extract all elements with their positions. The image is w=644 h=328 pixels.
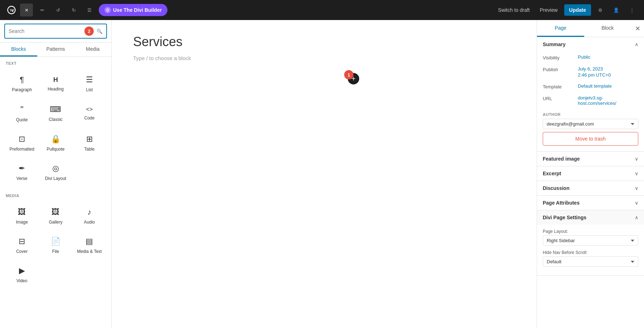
user-icon: 👤 — [613, 8, 619, 13]
audio-label: Audio — [84, 220, 95, 225]
wordpress-logo — [6, 4, 17, 16]
quote-label: Quote — [16, 117, 28, 122]
block-media-text[interactable]: ▤ Media & Text — [73, 231, 106, 259]
publish-date: July 6, 2023 — [578, 66, 638, 72]
more-options-button[interactable]: ⋮ — [625, 4, 638, 16]
template-value[interactable]: Default template — [578, 83, 638, 89]
block-video[interactable]: ▶ Video — [6, 261, 38, 289]
author-select[interactable]: deezgrafix@gmail.com — [543, 119, 638, 129]
right-panel-close-button[interactable]: ✕ — [631, 22, 644, 35]
block-classic[interactable]: ⌨ Classic — [39, 99, 72, 128]
url-label: URL — [543, 95, 575, 101]
ellipsis-icon: ⋮ — [630, 8, 634, 13]
divi-layout-label: Divi Layout — [45, 176, 66, 181]
code-label: Code — [84, 116, 94, 121]
discussion-header[interactable]: Discussion ∨ — [537, 181, 644, 195]
paragraph-icon: ¶ — [20, 75, 24, 84]
featured-image-header[interactable]: Featured image ∨ — [537, 152, 644, 166]
move-to-trash-button[interactable]: Move to trash — [543, 132, 638, 146]
gallery-icon: 🖼 — [52, 207, 59, 217]
tab-page[interactable]: Page — [537, 20, 584, 37]
pullquote-icon: 🔒 — [51, 134, 60, 144]
redo-icon: ↻ — [72, 8, 76, 13]
block-gallery[interactable]: 🖼 Gallery — [39, 202, 72, 230]
author-section-label: AUTHOR — [543, 112, 638, 117]
table-icon: ⊞ — [86, 134, 93, 144]
hide-nav-label: Hide Nav Before Scroll: — [543, 250, 638, 255]
block-heading[interactable]: H Heading — [39, 70, 72, 98]
block-divi-layout[interactable]: ◎ Divi Layout — [39, 158, 72, 186]
publish-value[interactable]: July 6, 2023 2:46 pm UTC+0 — [578, 66, 638, 78]
user-button[interactable]: 👤 — [610, 4, 623, 16]
page-layout-select[interactable]: Right Sidebar Left Sidebar No Sidebar Fu… — [543, 235, 638, 246]
code-icon: <> — [86, 106, 93, 113]
tab-blocks[interactable]: Blocks — [0, 43, 37, 57]
divi-settings-header[interactable]: Divi Page Settings ∧ — [537, 210, 644, 225]
tab-block[interactable]: Block — [584, 20, 631, 37]
block-preformatted[interactable]: ⊡ Preformatted — [6, 129, 38, 157]
block-audio[interactable]: ♪ Audio — [73, 202, 106, 230]
excerpt-section: Excerpt ∨ — [537, 166, 644, 181]
visibility-value[interactable]: Public — [578, 54, 638, 60]
block-file[interactable]: 📄 File — [39, 231, 72, 259]
divi-icon: D — [104, 7, 111, 13]
topbar-right: Switch to draft Preview Update ⚙ 👤 ⋮ — [494, 4, 638, 16]
summary-section-header[interactable]: Summary ∧ — [537, 37, 644, 52]
visibility-row: Visibility Public — [543, 52, 638, 63]
divi-settings-title: Divi Page Settings — [543, 215, 586, 220]
tab-patterns[interactable]: Patterns — [37, 43, 74, 57]
tab-media[interactable]: Media — [74, 43, 111, 57]
excerpt-title: Excerpt — [543, 171, 561, 176]
update-button[interactable]: Update — [564, 4, 591, 16]
hide-nav-select[interactable]: Default Enabled Disabled — [543, 256, 638, 267]
block-image[interactable]: 🖼 Image — [6, 202, 38, 230]
publish-time: 2:46 pm UTC+0 — [578, 72, 638, 78]
edit-button[interactable]: ✏ — [36, 4, 49, 16]
excerpt-chevron-icon: ∨ — [635, 171, 638, 176]
list-view-icon: ☰ — [87, 8, 92, 13]
editor-area[interactable]: Services Type / to choose a block 1 + — [112, 20, 537, 328]
audio-icon: ♪ — [87, 207, 91, 217]
block-cover[interactable]: ⊟ Cover — [6, 231, 38, 259]
media-text-label: Media & Text — [77, 249, 102, 254]
divi-settings-body: Page Layout: Right Sidebar Left Sidebar … — [537, 225, 644, 275]
media-text-icon: ▤ — [86, 237, 93, 246]
heading-icon: H — [53, 76, 58, 84]
file-label: File — [52, 249, 59, 254]
image-label: Image — [16, 220, 28, 225]
preview-button[interactable]: Preview — [536, 5, 561, 15]
search-input-wrap: 2 🔍 — [4, 24, 107, 39]
use-divi-builder-button[interactable]: D Use The Divi Builder — [99, 4, 167, 16]
block-placeholder[interactable]: Type / to choose a block — [133, 55, 515, 61]
switch-to-draft-button[interactable]: Switch to draft — [494, 5, 533, 15]
summary-section-body: Visibility Public Publish July 6, 2023 2… — [537, 52, 644, 151]
block-tabs: Blocks Patterns Media — [0, 43, 111, 57]
block-quote[interactable]: " Quote — [6, 99, 38, 128]
url-value[interactable]: donjetv3.sg-host.com/services/ — [578, 95, 638, 106]
search-input[interactable] — [9, 28, 82, 34]
cover-label: Cover — [16, 249, 28, 254]
excerpt-header[interactable]: Excerpt ∨ — [537, 166, 644, 181]
left-panel: 2 🔍 Blocks Patterns Media TEXT ¶ Paragra… — [0, 20, 112, 328]
block-code[interactable]: <> Code — [73, 99, 106, 128]
pullquote-label: Pullquote — [47, 147, 64, 152]
block-paragraph[interactable]: ¶ Paragraph — [6, 70, 38, 98]
page-attributes-header[interactable]: Page Attributes ∨ — [537, 196, 644, 210]
topbar: ✕ ✏ ↺ ↻ ☰ D Use The Divi Builder Switch … — [0, 0, 644, 20]
summary-chevron-icon: ∧ — [635, 41, 638, 47]
featured-image-section: Featured image ∨ — [537, 152, 644, 166]
block-verse[interactable]: ✒ Verse — [6, 158, 38, 186]
block-pullquote[interactable]: 🔒 Pullquote — [39, 129, 72, 157]
undo-button[interactable]: ↺ — [52, 4, 64, 16]
redo-button[interactable]: ↻ — [67, 4, 80, 16]
block-table[interactable]: ⊞ Table — [73, 129, 106, 157]
block-list: TEXT ¶ Paragraph H Heading ☰ List " Quot… — [0, 57, 111, 328]
search-submit-button[interactable]: 🔍 — [97, 29, 103, 34]
block-list[interactable]: ☰ List — [73, 70, 106, 98]
table-label: Table — [84, 147, 94, 152]
list-view-button[interactable]: ☰ — [83, 4, 96, 16]
close-button[interactable]: ✕ — [20, 4, 33, 16]
settings-toggle-button[interactable]: ⚙ — [594, 4, 607, 16]
paragraph-label: Paragraph — [12, 87, 32, 92]
verse-label: Verse — [16, 176, 28, 181]
